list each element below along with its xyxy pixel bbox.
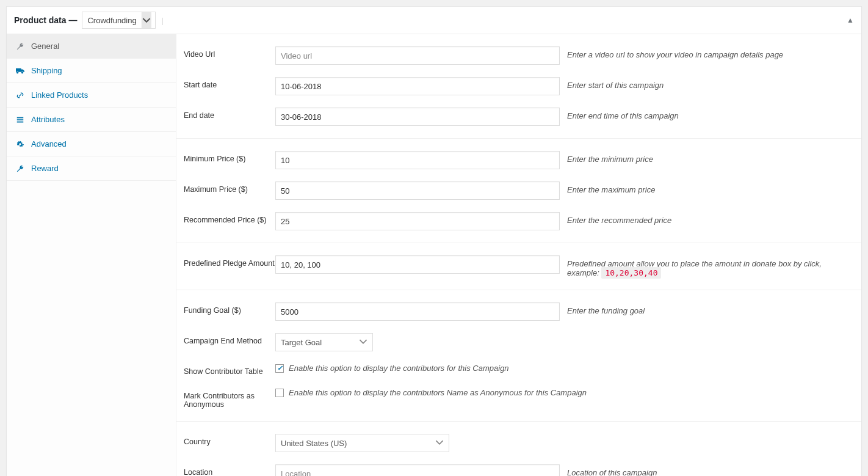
min-price-help: Enter the minimum price (560, 151, 854, 164)
end-method-value: Target Goal (281, 338, 322, 347)
pledge-example-code: 10,20,30,40 (601, 267, 661, 279)
start-date-input[interactable] (275, 77, 560, 95)
anon-help: Enable this option to display the contri… (289, 388, 587, 397)
end-date-input[interactable] (275, 108, 560, 126)
end-method-select[interactable]: Target Goal (275, 333, 373, 351)
goal-help: Enter the funding goal (560, 302, 854, 315)
show-contrib-checkbox[interactable] (275, 364, 284, 373)
list-icon (15, 115, 25, 124)
rec-price-input[interactable] (275, 212, 560, 230)
tab-label: Advanced (31, 139, 67, 148)
chevron-down-icon (435, 438, 444, 449)
tab-label: Attributes (31, 115, 65, 124)
country-value: United States (US) (281, 439, 347, 448)
tab-attributes[interactable]: Attributes (7, 108, 176, 131)
wrench-icon (15, 164, 25, 173)
product-type-value: Crowdfunding (87, 16, 136, 25)
tab-linked-products[interactable]: Linked Products (7, 83, 176, 107)
panel-title: Product data — (14, 15, 77, 25)
max-price-help: Enter the maximum price (560, 181, 854, 194)
product-data-tabs: General Shipping Linked Products Attribu… (7, 34, 176, 476)
location-label: Location (184, 464, 275, 476)
goal-label: Funding Goal ($) (184, 302, 275, 315)
goal-input[interactable] (275, 302, 560, 321)
end-method-label: Campaign End Method (184, 333, 275, 345)
truck-icon (15, 67, 25, 75)
collapse-icon[interactable]: ▲ (847, 16, 854, 24)
show-contrib-label: Show Contributor Table (184, 364, 275, 376)
link-icon (15, 91, 25, 100)
min-price-input[interactable] (275, 151, 560, 169)
divider-icon: | (162, 16, 164, 25)
product-type-select[interactable]: Crowdfunding (82, 12, 155, 29)
tab-advanced[interactable]: Advanced (7, 132, 176, 156)
tab-shipping[interactable]: Shipping (7, 59, 176, 82)
start-date-help: Enter start of this campaign (560, 77, 854, 90)
tab-reward[interactable]: Reward (7, 156, 176, 180)
video-url-label: Video Url (184, 46, 275, 59)
video-url-input[interactable] (275, 46, 560, 65)
anon-label: Mark Contributors as Anonymous (184, 388, 275, 409)
tab-label: General (31, 42, 59, 51)
tab-general[interactable]: General (7, 34, 176, 58)
country-select[interactable]: United States (US) (275, 434, 449, 452)
show-contrib-help: Enable this option to display the contri… (289, 364, 509, 373)
video-url-help: Enter a video url to show your video in … (560, 46, 854, 59)
min-price-label: Minimum Price ($) (184, 151, 275, 163)
gear-icon (15, 140, 25, 148)
panel-header: Product data — Crowdfunding | ▲ (7, 7, 861, 34)
location-help: Location of this campaign (560, 464, 854, 476)
anon-checkbox[interactable] (275, 389, 284, 397)
start-date-label: Start date (184, 77, 275, 89)
wrench-icon (15, 42, 25, 51)
chevron-down-icon (142, 12, 151, 28)
product-data-panel: Product data — Crowdfunding | ▲ General … (6, 6, 862, 476)
tab-label: Reward (31, 164, 59, 173)
chevron-down-icon (359, 337, 367, 348)
country-label: Country (184, 434, 275, 446)
general-tab-content: Video Url Enter a video url to show your… (176, 34, 861, 476)
tab-label: Linked Products (31, 90, 88, 100)
pledge-input[interactable] (275, 255, 560, 274)
location-input[interactable] (275, 464, 560, 476)
pledge-label: Predefined Pledge Amount (184, 255, 275, 268)
max-price-input[interactable] (275, 181, 560, 200)
end-date-label: End date (184, 108, 275, 120)
end-date-help: Enter end time of this campaign (560, 108, 854, 120)
rec-price-help: Enter the recommended price (560, 212, 854, 225)
pledge-help: Predefined amount allow you to place the… (560, 255, 854, 277)
tab-label: Shipping (31, 66, 62, 75)
max-price-label: Maximum Price ($) (184, 181, 275, 194)
rec-price-label: Recommended Price ($) (184, 212, 275, 224)
